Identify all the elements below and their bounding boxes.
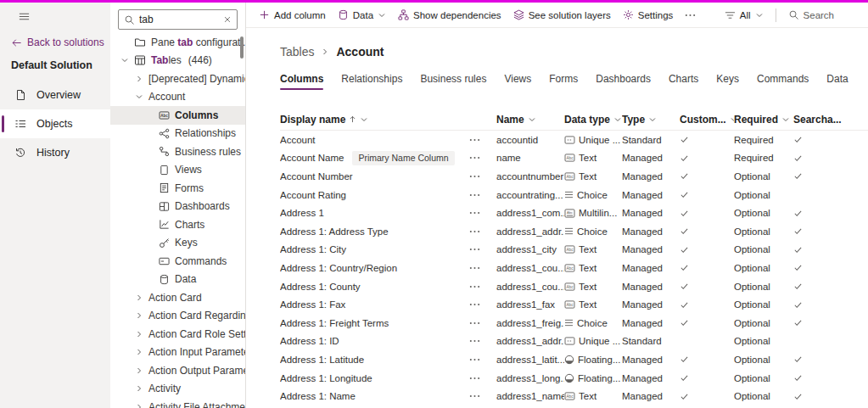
cell-display-name: Address 1: Country/Region (280, 263, 469, 273)
tab-columns[interactable]: Columns (280, 73, 323, 91)
table-row[interactable]: Address 1: Longitudeaddress1_long...Floa… (280, 369, 868, 388)
data-type-label: Text (579, 153, 596, 163)
row-more-options-button[interactable] (469, 377, 496, 380)
column-header-name[interactable]: Name (496, 114, 564, 126)
data-type-label: Text (579, 391, 596, 401)
tree-item-action-output-parameter[interactable]: Action Output Parameter (110, 361, 245, 380)
row-more-options-button[interactable] (469, 285, 496, 288)
table-row[interactable]: Address 1: Cityaddress1_cityAbcTextManag… (280, 241, 868, 260)
check-icon (793, 282, 803, 291)
table-row[interactable]: Address 1address1_com...AbcMultilin...Ma… (280, 204, 868, 222)
table-row[interactable]: Address 1: IDaddress1_addr...Unique ...S… (280, 333, 868, 351)
tree-item-label: Pane tab configurati... (151, 36, 245, 48)
check-icon (680, 209, 689, 218)
table-row[interactable]: Address 1: Faxaddress1_faxAbcTextManaged… (280, 295, 868, 314)
column-header-custom[interactable]: Custom... (680, 114, 734, 126)
row-more-options-button[interactable] (469, 266, 496, 270)
add-column-button[interactable]: Add column (253, 3, 332, 27)
tree-item-charts[interactable]: Charts (110, 215, 245, 234)
sidebar-item-overview[interactable]: Overview (0, 81, 110, 109)
more-button[interactable] (679, 3, 702, 27)
show-dependencies-button[interactable]: Show dependencies (392, 3, 507, 27)
tree-item-activity-file-attachment[interactable]: Activity File Attachment (110, 398, 245, 408)
back-to-solutions-label: Back to solutions (27, 36, 104, 48)
tree-search-input[interactable] (139, 14, 219, 25)
tree-item-forms[interactable]: Forms (110, 179, 245, 198)
table-row[interactable]: Address 1: Nameaddress1_nameAbcTextManag… (280, 387, 868, 405)
search-button[interactable]: Search (783, 9, 839, 20)
row-more-options-button[interactable] (469, 230, 496, 233)
tree-item-action-card[interactable]: Action Card (110, 288, 245, 307)
row-more-options-button[interactable] (469, 358, 496, 361)
tree-item-data[interactable]: Data (110, 271, 245, 289)
tree-item-commands[interactable]: Commands (110, 252, 245, 271)
settings-button[interactable]: Settings (617, 3, 680, 27)
row-more-options-button[interactable] (469, 394, 496, 398)
row-more-options-button[interactable] (469, 138, 496, 142)
row-more-options-button[interactable] (469, 248, 496, 251)
row-more-options-button[interactable] (469, 193, 496, 197)
row-more-options-button[interactable] (469, 211, 496, 215)
clear-search-icon[interactable] (223, 15, 232, 24)
tab-charts[interactable]: Charts (669, 73, 698, 91)
tree-item-action-card-regarding[interactable]: Action Card Regarding (110, 307, 245, 326)
table-row[interactable]: Address 1: Country/Regionaddress1_cou...… (280, 259, 868, 277)
table-row[interactable]: Address 1: Countyaddress1_cou...AbcTextM… (280, 277, 868, 296)
row-more-options-button[interactable] (469, 175, 496, 178)
tree-item-columns[interactable]: AbcColumns (110, 106, 245, 125)
cell-searchable (793, 171, 844, 181)
chevron-down-icon (378, 11, 386, 20)
column-header-searcha[interactable]: Searcha... (793, 114, 844, 126)
check-icon (793, 154, 803, 163)
table-row[interactable]: Address 1: Freight Termsaddress1_freig..… (280, 314, 868, 333)
tab-dashboards[interactable]: Dashboards (596, 73, 651, 91)
sidebar-item-history[interactable]: History (0, 138, 110, 167)
table-row[interactable]: Address 1: Latitudeaddress1_latit...Floa… (280, 350, 868, 369)
tree-item-tables[interactable]: Tables(446) (110, 52, 245, 70)
tab-commands[interactable]: Commands (757, 73, 809, 91)
column-header-required[interactable]: Required (734, 114, 793, 126)
table-row[interactable]: Account Ratingaccountrating...ChoiceMana… (280, 186, 868, 204)
business-rules-icon (159, 146, 170, 157)
cell-data-type: AbcText (564, 391, 622, 401)
row-more-options-button[interactable] (469, 339, 496, 343)
tree-item-deprecated-dynamics[interactable]: [Deprecated] Dynamics ... (110, 70, 245, 88)
tree-item-account[interactable]: Account (110, 88, 245, 107)
tree-item-keys[interactable]: Keys (110, 234, 245, 253)
tree-item-business-rules[interactable]: Business rules (110, 143, 245, 161)
tab-business-rules[interactable]: Business rules (420, 73, 486, 91)
tab-forms[interactable]: Forms (549, 73, 578, 91)
data-button[interactable]: Data (332, 3, 392, 27)
tree-scrollbar[interactable] (240, 36, 244, 59)
tree-item-pane-tab-configurati[interactable]: Pane tab configurati...(3) (110, 33, 245, 52)
tab-data[interactable]: Data (826, 73, 848, 91)
table-row[interactable]: Address 1: Address Typeaddress1_addr...C… (280, 222, 868, 241)
row-more-options-button[interactable] (469, 156, 496, 159)
row-more-options-button[interactable] (469, 321, 496, 325)
tree-item-activity[interactable]: Activity (110, 380, 245, 399)
tree-item-action-card-role-setting[interactable]: Action Card Role Setting (110, 325, 245, 344)
breadcrumb-tables-link[interactable]: Tables (280, 45, 314, 59)
tree-search-box[interactable] (118, 9, 238, 30)
back-to-solutions-link[interactable]: Back to solutions (0, 30, 110, 53)
column-header-display-name[interactable]: Display name (280, 114, 496, 126)
tab-relationships[interactable]: Relationships (341, 73, 402, 91)
column-header-type[interactable]: Type (622, 114, 680, 126)
table-row[interactable]: Account NumberaccountnumberAbcTextManage… (280, 167, 868, 186)
hamburger-menu-button[interactable] (0, 3, 110, 30)
tree-item-dashboards[interactable]: Dashboards (110, 198, 245, 216)
tab-views[interactable]: Views (504, 73, 531, 91)
history-icon (14, 147, 26, 159)
see-solution-layers-button[interactable]: See solution layers (507, 3, 617, 27)
tree-item-relationships[interactable]: Relationships (110, 125, 245, 143)
tab-keys[interactable]: Keys (716, 73, 739, 91)
tree-item-action-input-parameter[interactable]: Action Input Parameter (110, 344, 245, 362)
layers-icon (513, 9, 524, 20)
filter-all-dropdown[interactable]: All (720, 10, 769, 20)
table-row[interactable]: AccountaccountidUnique ...StandardRequir… (280, 131, 868, 149)
sidebar-item-objects[interactable]: Objects (0, 109, 110, 138)
row-more-options-button[interactable] (469, 303, 496, 306)
table-row[interactable]: Account NamePrimary Name ColumnnameAbcTe… (280, 149, 868, 168)
column-header-data-type[interactable]: Data type (564, 114, 622, 126)
tree-item-views[interactable]: Views (110, 161, 245, 180)
